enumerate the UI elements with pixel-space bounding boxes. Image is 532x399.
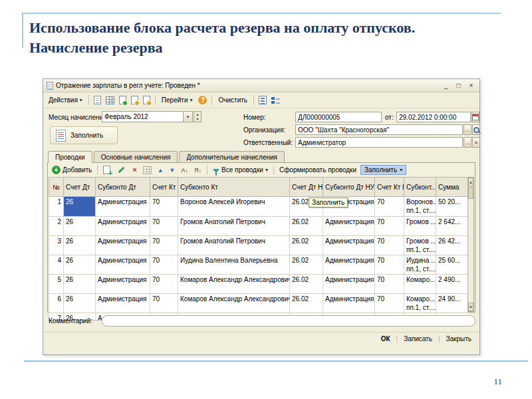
grid-cell[interactable]: Комаро... [404, 274, 436, 293]
document-movements-cancel-button[interactable] [142, 95, 152, 105]
grid-cell[interactable]: 26 [64, 216, 96, 235]
column-header[interactable]: Субконто Кт [178, 178, 290, 197]
grid-settings-button[interactable] [141, 166, 154, 175]
grid-cell[interactable]: 70 [150, 197, 178, 216]
post-document-button[interactable] [118, 95, 128, 105]
tab-additional-accruals[interactable]: Дополнительные начисления [179, 151, 285, 162]
grid-cell[interactable]: Иудина Валентина Валерьевна [178, 255, 290, 274]
responsible-field[interactable]: Администратор [295, 137, 463, 148]
sort-desc-button[interactable]: Я↓ [192, 166, 203, 174]
column-header[interactable]: Счет Дт НУ [290, 178, 323, 197]
save-button-footer[interactable]: Записать [401, 334, 435, 343]
column-header[interactable]: Счет Кт НУ [375, 178, 404, 197]
grid-cell[interactable]: 70 [150, 216, 178, 235]
document-movements-button[interactable] [130, 95, 140, 105]
grid-cell[interactable]: 70 [375, 197, 404, 216]
grid-cell[interactable]: 2 490... [436, 274, 468, 293]
grid-cell[interactable]: 50 20... [436, 197, 468, 216]
copy-row-button[interactable] [101, 165, 112, 175]
number-field[interactable]: ДЛ000000005 [295, 112, 382, 122]
organization-search-button[interactable] [472, 124, 480, 135]
month-spinner[interactable]: ▲ ▼ [194, 111, 201, 122]
grid-cell[interactable]: Воронов...пп.1, ст.... [404, 197, 436, 216]
grid-cell[interactable]: Администрация [96, 235, 150, 255]
grid-cell[interactable]: 70 [375, 255, 404, 274]
grid-cell[interactable]: Воронов Алексей Игоревич [178, 197, 290, 216]
show-table-button[interactable] [104, 96, 116, 105]
grid-cell[interactable]: 26 [64, 235, 96, 255]
all-postings-filter-button[interactable]: Все проводки ▾ [211, 166, 270, 174]
grid-cell[interactable]: Администрация [96, 293, 150, 313]
grid-cell[interactable]: 26.02 [290, 255, 323, 274]
comment-input[interactable] [102, 315, 475, 327]
grid-cell[interactable]: 26.02 [290, 216, 323, 235]
move-down-button[interactable]: ▼ [168, 166, 178, 174]
actions-menu-button[interactable]: Действия ▾ [46, 95, 85, 105]
grid-cell[interactable]: 6 [49, 293, 64, 313]
grid-cell[interactable]: 26 [64, 274, 96, 293]
tab-main-accruals[interactable]: Основные начисления [94, 151, 178, 162]
calendar-button[interactable] [471, 112, 479, 122]
scrollbar-thumb[interactable] [468, 187, 473, 199]
grid-cell[interactable]: 24 90... [436, 293, 468, 313]
grid-cell[interactable]: 26 42... [436, 235, 468, 255]
responsible-lookup-button[interactable]: ... [464, 137, 471, 148]
grid-cell[interactable]: 3 [49, 235, 64, 255]
window-titlebar[interactable]: Отражение зарплаты в регл учете: Проведе… [43, 79, 479, 92]
delete-row-button[interactable]: × [130, 166, 138, 174]
spin-down-icon[interactable]: ▼ [194, 117, 201, 122]
grid-cell[interactable]: 25 60... [436, 255, 468, 274]
fill-document-button[interactable]: Заполнить [50, 126, 118, 144]
month-combobox[interactable]: Февраль 2012 ▾ [102, 111, 193, 122]
column-header[interactable]: Субконт... [404, 178, 436, 197]
column-header[interactable]: Субконто Дт НУ [323, 178, 375, 197]
goto-menu-button[interactable]: Перейти ▾ [159, 95, 196, 105]
organization-field[interactable]: ООО "Шахта "Красногорская" [295, 124, 463, 135]
clear-button[interactable]: Очистить [215, 95, 250, 105]
grid-cell[interactable]: 4 [49, 255, 64, 274]
grid-cell[interactable]: 5 [49, 274, 64, 293]
grid-cell[interactable]: 70 [375, 274, 404, 293]
generate-postings-button[interactable]: Сформировать проводки [277, 166, 358, 174]
grid-cell[interactable]: 26.02 [290, 274, 323, 293]
structure-settings-button[interactable] [270, 96, 281, 105]
close-button[interactable]: × [466, 82, 476, 89]
scroll-up-icon[interactable]: ▲ [468, 178, 473, 186]
grid-cell[interactable]: Администрация [323, 235, 375, 255]
grid-cell[interactable]: Комаров Александр Александрович [178, 293, 290, 313]
column-header[interactable]: Счет Кт [150, 178, 178, 197]
grid-cell[interactable]: Администрация [323, 255, 375, 274]
edit-row-button[interactable] [114, 166, 128, 174]
grid-cell[interactable]: Громов ... [404, 216, 436, 235]
grid-cell[interactable]: 26.02 [290, 235, 323, 255]
tab-postings[interactable]: Проводки [48, 151, 92, 163]
minimize-button[interactable]: _ [441, 82, 451, 89]
spin-up-icon[interactable]: ▲ [194, 112, 201, 117]
column-header[interactable]: Сумма [436, 178, 468, 197]
grid-cell[interactable]: Комаров Александр Александрович [178, 274, 290, 293]
grid-cell[interactable]: 70 [375, 235, 404, 255]
column-header[interactable]: Субконто Дт [96, 178, 150, 197]
grid-cell[interactable]: 1 [49, 197, 64, 216]
help-button[interactable]: ? [197, 95, 208, 105]
grid-cell[interactable]: Комаро...пп.1, ст.... [404, 293, 436, 313]
organization-lookup-button[interactable]: ... [464, 124, 471, 135]
scroll-down-icon[interactable]: ▼ [468, 303, 473, 311]
move-up-button[interactable]: ▲ [156, 166, 166, 174]
grid-cell[interactable]: 70 [150, 255, 178, 274]
add-row-button[interactable]: + Добавить [50, 165, 94, 175]
grid-cell[interactable]: Громов Анатолий Петрович [178, 216, 290, 235]
grid-cell[interactable]: Администрация [323, 293, 375, 313]
grid-cell[interactable]: Администрация [323, 216, 375, 235]
grid-cell[interactable]: Администрация [96, 216, 150, 235]
save-button[interactable] [92, 95, 102, 105]
grid-cell[interactable]: Громов ...пп.1, ст.... [404, 235, 436, 255]
grid-cell[interactable]: 2 642... [436, 216, 468, 235]
maximize-button[interactable]: □ [454, 82, 464, 89]
grid-cell[interactable]: 70 [375, 216, 404, 235]
grid-cell[interactable]: Администрация [96, 274, 150, 293]
grid-cell[interactable]: 2 [49, 216, 64, 235]
grid-cell[interactable]: 26 [64, 255, 96, 274]
vertical-scrollbar[interactable]: ▲ ▼ [467, 177, 474, 312]
chevron-down-icon[interactable]: ▾ [183, 112, 192, 122]
